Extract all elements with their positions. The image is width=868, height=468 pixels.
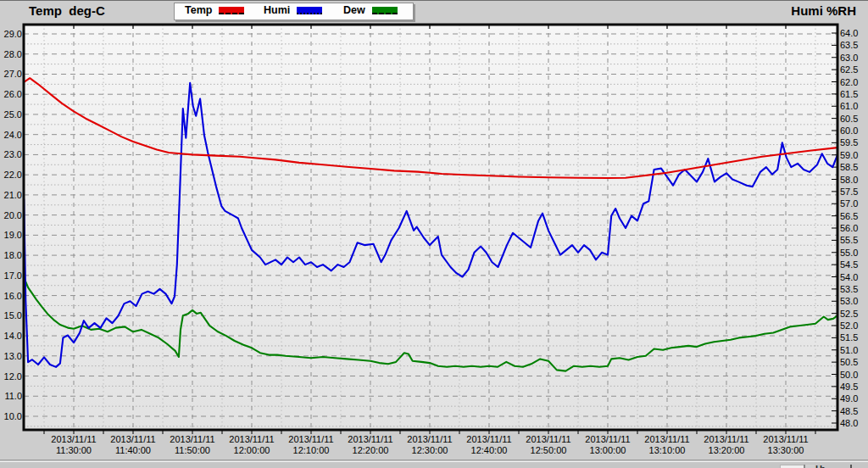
- right-tick-label: 49.0: [840, 393, 867, 404]
- right-tick-label: 62.5: [840, 64, 867, 75]
- x-tick-date: 2013/11/11: [218, 434, 286, 445]
- left-tick-label: 13.0: [0, 351, 22, 361]
- x-tick-time: 12:20:00: [337, 445, 404, 456]
- x-tick-label: 2013/11/1113:30:00: [752, 434, 820, 456]
- left-tick-label: 11.0: [0, 391, 22, 401]
- x-tick-date: 2013/11/11: [752, 434, 820, 445]
- right-tick-label: 63.5: [840, 40, 867, 50]
- right-tick-label: 53.5: [840, 284, 867, 294]
- clipped-toolbar-fragment: [804, 465, 815, 468]
- left-tick-label: 17.0: [0, 270, 22, 281]
- right-tick-label: 55.0: [840, 248, 867, 258]
- x-tick-label: 2013/11/1112:40:00: [455, 434, 523, 456]
- right-tick-label: 50.0: [840, 370, 867, 380]
- left-tick-label: 20.0: [0, 210, 22, 220]
- x-tick-label: 2013/11/1112:10:00: [277, 434, 345, 456]
- right-tick-label: 55.5: [840, 235, 867, 245]
- right-tick-label: 62.0: [840, 77, 867, 87]
- x-tick-date: 2013/11/11: [574, 434, 642, 445]
- right-tick-label: 54.0: [840, 272, 867, 282]
- x-tick-date: 2013/11/11: [40, 434, 108, 445]
- x-tick-time: 13:30:00: [752, 445, 820, 456]
- right-tick-label: 58.0: [840, 175, 867, 185]
- right-tick-label: 57.5: [840, 187, 867, 197]
- right-tick-label: 53.0: [840, 296, 867, 306]
- x-tick-time: 11:50:00: [159, 445, 226, 456]
- x-tick-time: 13:00:00: [574, 445, 642, 456]
- left-tick-label: 26.0: [0, 89, 22, 99]
- x-tick-date: 2013/11/11: [159, 434, 226, 445]
- x-tick-date: 2013/11/11: [396, 434, 464, 445]
- bottom-divider-strip: lb: [0, 460, 868, 468]
- right-tick-label: 56.5: [840, 211, 867, 221]
- left-tick-label: 15.0: [0, 310, 22, 320]
- x-tick-date: 2013/11/11: [455, 434, 523, 445]
- x-tick-time: 12:00:00: [218, 445, 286, 456]
- clipped-toolbar-fragment: [780, 465, 804, 468]
- x-tick-time: 12:30:00: [396, 445, 464, 456]
- x-tick-date: 2013/11/11: [693, 434, 760, 445]
- x-tick-label: 2013/11/1111:30:00: [40, 434, 108, 456]
- right-tick-label: 58.5: [840, 162, 867, 172]
- right-tick-label: 64.0: [840, 28, 867, 38]
- left-tick-label: 16.0: [0, 291, 22, 301]
- x-tick-date: 2013/11/11: [515, 434, 582, 445]
- x-tick-time: 12:50:00: [515, 445, 582, 456]
- left-tick-label: 23.0: [0, 149, 22, 159]
- x-tick-label: 2013/11/1112:30:00: [396, 434, 464, 456]
- right-tick-label: 54.5: [840, 259, 867, 270]
- right-tick-label: 48.5: [840, 406, 867, 416]
- x-tick-label: 2013/11/1113:10:00: [633, 434, 701, 456]
- right-tick-label: 52.0: [840, 320, 867, 331]
- x-tick-label: 2013/11/1113:20:00: [693, 434, 760, 456]
- x-tick-date: 2013/11/11: [337, 434, 404, 445]
- x-tick-time: 12:40:00: [455, 445, 523, 456]
- left-tick-label: 10.0: [0, 411, 22, 421]
- x-tick-date: 2013/11/11: [633, 434, 701, 445]
- plot-area[interactable]: [0, 1, 868, 468]
- right-tick-label: 51.5: [840, 332, 867, 343]
- x-tick-time: 13:10:00: [633, 445, 701, 456]
- x-tick-label: 2013/11/1112:50:00: [515, 434, 582, 456]
- right-tick-label: 52.5: [840, 309, 867, 319]
- x-tick-label: 2013/11/1111:50:00: [159, 434, 226, 456]
- plot-background: [24, 25, 837, 430]
- x-tick-label: 2013/11/1113:00:00: [574, 434, 642, 456]
- right-tick-label: 59.5: [840, 137, 867, 148]
- left-tick-label: 29.0: [0, 29, 22, 39]
- x-tick-label: 2013/11/1111:40:00: [99, 434, 167, 456]
- divider-highlight: [0, 461, 868, 462]
- right-tick-label: 61.5: [840, 89, 867, 99]
- left-tick-label: 27.0: [0, 69, 22, 79]
- right-tick-label: 56.0: [840, 223, 867, 233]
- right-tick-label: 61.0: [840, 101, 867, 111]
- right-tick-label: 60.5: [840, 114, 867, 124]
- right-tick-label: 59.0: [840, 150, 867, 160]
- right-tick-label: 60.0: [840, 125, 867, 136]
- x-tick-date: 2013/11/11: [99, 434, 167, 445]
- x-tick-time: 11:30:00: [40, 445, 108, 456]
- x-tick-time: 13:20:00: [693, 445, 760, 456]
- left-tick-label: 25.0: [0, 109, 22, 120]
- x-tick-date: 2013/11/11: [277, 434, 345, 445]
- x-tick-time: 11:40:00: [99, 445, 167, 456]
- left-tick-label: 24.0: [0, 130, 22, 140]
- right-tick-label: 51.0: [840, 345, 867, 355]
- left-tick-label: 14.0: [0, 331, 22, 341]
- clipped-toolbar-fragment: [850, 465, 852, 468]
- left-tick-label: 19.0: [0, 230, 22, 240]
- right-tick-label: 57.0: [840, 198, 867, 209]
- logger-graph-window: Temp deg-C TempHumiDew Humi %RH 29.028.0…: [0, 0, 868, 468]
- left-tick-label: 21.0: [0, 190, 22, 200]
- x-tick-time: 12:10:00: [277, 445, 345, 456]
- clipped-text-fragment: lb: [815, 464, 827, 468]
- right-tick-label: 49.5: [840, 382, 867, 392]
- x-tick-label: 2013/11/1112:20:00: [337, 434, 404, 456]
- right-tick-label: 63.0: [840, 53, 867, 63]
- left-tick-label: 12.0: [0, 371, 22, 382]
- right-tick-label: 50.5: [840, 357, 867, 367]
- x-tick-label: 2013/11/1112:00:00: [218, 434, 286, 456]
- left-tick-label: 28.0: [0, 49, 22, 59]
- left-tick-label: 22.0: [0, 170, 22, 180]
- right-tick-label: 48.0: [840, 418, 867, 428]
